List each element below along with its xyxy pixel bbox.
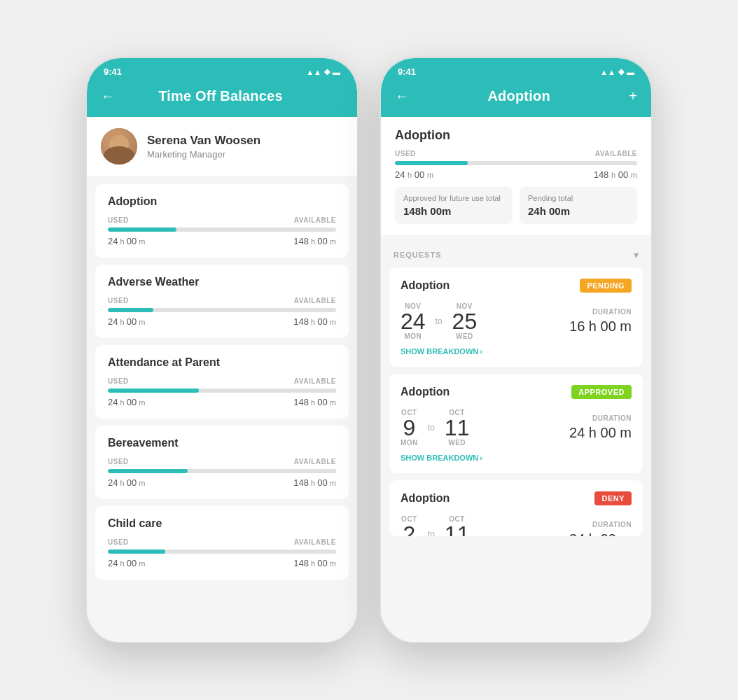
phone-content-left: Serena Van Woosen Marketing Manager Adop… — [87, 117, 357, 642]
card-progress-fill-2 — [108, 388, 199, 393]
detail-available-label: AVAILABLE — [595, 150, 637, 158]
card-used-label-4: USED — [108, 538, 129, 546]
card-avail-val-1: 148 h 00 m — [293, 316, 336, 327]
card-progress-track-4 — [108, 550, 336, 554]
req-dates-2: OCT 2 MON to OCT 11 WED DURATION 24 h 00… — [401, 515, 632, 536]
back-button-left[interactable]: ← — [101, 88, 115, 104]
card-used-label-2: USED — [108, 377, 129, 385]
card-values-3: 24 h 00 m 148 h 00 m — [108, 477, 336, 488]
card-avail-val-2: 148 h 00 m — [293, 397, 336, 407]
profile-name: Serena Van Woosen — [147, 134, 260, 148]
card-avail-val-4: 148 h 00 m — [293, 558, 336, 568]
card-available-label-0: AVAILABLE — [294, 216, 336, 224]
requests-header: REQUESTS ▾ — [389, 242, 643, 267]
card-values-2: 24 h 00 m 148 h 00 m — [108, 397, 336, 407]
card-used-val-1: 24 h 00 m — [108, 316, 145, 327]
req-end-2: OCT 11 WED — [445, 515, 470, 536]
stat-value-approved: 148h 00m — [403, 205, 504, 217]
req-end-0: NOV 25 WED — [452, 302, 478, 340]
phone-right: 9:41 ▲▲ ◆ ▬ ← Adoption + Adoption — [380, 57, 653, 643]
req-title-1: Adoption — [401, 386, 450, 398]
card-progress-track-3 — [108, 469, 336, 473]
card-used-label-0: USED — [108, 216, 129, 224]
request-cards-container: Adoption PENDING NOV 24 MON to NOV 25 WE… — [389, 267, 643, 536]
wifi-icon-r: ◆ — [618, 67, 624, 76]
card-used-val-3: 24 h 00 m — [108, 477, 145, 488]
card-progress-track-0 — [108, 227, 336, 232]
detail-content: Adoption USED AVAILABLE 24 h 00 m — [381, 117, 651, 642]
profile-role: Marketing Manager — [147, 149, 260, 160]
balance-card-4[interactable]: Child care USED AVAILABLE 24 h 00 m 148 … — [95, 506, 349, 580]
req-title-2: Adoption — [401, 492, 450, 505]
card-progress-fill-1 — [108, 308, 153, 312]
req-header-0: Adoption PENDING — [401, 279, 632, 293]
card-available-label-2: AVAILABLE — [294, 377, 336, 385]
request-card-2[interactable]: Adoption DENY OCT 2 MON to OCT 11 WED DU… — [389, 480, 643, 536]
req-start-0: NOV 24 MON — [401, 302, 426, 340]
card-progress-track-2 — [108, 388, 336, 393]
screen-container: 9:41 ▲▲ ◆ ▬ ← Time Off Balances — [85, 57, 653, 643]
signal-icon-r: ▲▲ — [600, 68, 615, 76]
balance-card-2[interactable]: Attendance at Parent USED AVAILABLE 24 h… — [95, 345, 349, 419]
back-button-right[interactable]: ← — [395, 88, 409, 104]
time-right: 9:41 — [398, 66, 416, 77]
card-available-label-1: AVAILABLE — [294, 297, 336, 304]
req-to-2: to — [428, 529, 435, 536]
app-header-left: ← Time Off Balances — [87, 81, 357, 117]
stat-box-pending: Pending total 24h 00m — [520, 187, 637, 224]
req-start-1: OCT 9 MON — [401, 409, 418, 447]
req-title-0: Adoption — [401, 279, 450, 292]
requests-section: REQUESTS ▾ Adoption PENDING NOV 24 MON t… — [381, 242, 651, 536]
req-dates-0: NOV 24 MON to NOV 25 WED DURATION 16 h 0… — [401, 302, 632, 340]
req-duration-0: DURATION 16 h 00 m — [569, 308, 632, 335]
balance-cards-list: Adoption USED AVAILABLE 24 h 00 m 148 h … — [87, 184, 357, 580]
chevron-right-icon: › — [480, 454, 482, 462]
time-left: 9:41 — [104, 66, 122, 77]
card-labels-0: USED AVAILABLE — [108, 216, 336, 224]
req-header-1: Adoption APPROVED — [401, 385, 632, 399]
card-progress-track-1 — [108, 308, 336, 312]
req-end-1: OCT 11 WED — [445, 409, 470, 447]
balance-card-0[interactable]: Adoption USED AVAILABLE 24 h 00 m 148 h … — [95, 184, 349, 258]
status-icons-right: ▲▲ ◆ ▬ — [600, 67, 634, 76]
request-card-1[interactable]: Adoption APPROVED OCT 9 MON to OCT 11 WE… — [389, 374, 643, 473]
detail-used-value: 24 h 00 m — [395, 169, 433, 180]
card-avail-val-3: 148 h 00 m — [293, 477, 336, 488]
card-available-label-3: AVAILABLE — [294, 458, 336, 465]
req-header-2: Adoption DENY — [401, 491, 632, 505]
card-used-val-0: 24 h 00 m — [108, 236, 145, 246]
profile-info: Serena Van Woosen Marketing Manager — [147, 134, 260, 160]
profile-row: Serena Van Woosen Marketing Manager — [87, 117, 357, 176]
card-available-label-4: AVAILABLE — [294, 538, 336, 546]
card-used-label-1: USED — [108, 297, 129, 304]
req-dates-1: OCT 9 MON to OCT 11 WED DURATION 24 h 00… — [401, 409, 632, 447]
request-card-0[interactable]: Adoption PENDING NOV 24 MON to NOV 25 WE… — [389, 267, 643, 367]
card-labels-1: USED AVAILABLE — [108, 297, 336, 304]
card-title-1: Adverse Weather — [108, 276, 336, 288]
signal-icon: ▲▲ — [306, 68, 321, 76]
page-title-left: Time Off Balances — [158, 88, 283, 104]
wifi-icon: ◆ — [324, 67, 330, 76]
card-title-0: Adoption — [108, 195, 336, 208]
req-to-1: to — [428, 423, 435, 433]
card-labels-3: USED AVAILABLE — [108, 458, 336, 465]
balance-card-1[interactable]: Adverse Weather USED AVAILABLE 24 h 00 m… — [95, 265, 349, 338]
show-breakdown-1[interactable]: SHOW BREAKDOWN › — [401, 454, 632, 462]
card-progress-fill-3 — [108, 469, 188, 473]
chevron-down-icon: ▾ — [634, 249, 639, 260]
add-button-right[interactable]: + — [629, 88, 637, 104]
detail-progress-fill — [395, 161, 468, 165]
card-labels-4: USED AVAILABLE — [108, 538, 336, 546]
stat-box-approved: Approved for future use total 148h 00m — [395, 187, 513, 224]
battery-icon-r: ▬ — [627, 68, 634, 76]
req-start-2: OCT 2 MON — [401, 515, 418, 536]
status-bar-right: 9:41 ▲▲ ◆ ▬ — [381, 58, 651, 81]
req-badge-0: PENDING — [580, 279, 632, 293]
detail-progress-track — [395, 161, 637, 165]
adoption-header-section: Adoption USED AVAILABLE 24 h 00 m — [381, 117, 651, 235]
req-duration-1: DURATION 24 h 00 m — [569, 414, 632, 441]
show-breakdown-0[interactable]: SHOW BREAKDOWN › — [401, 347, 632, 356]
balance-card-3[interactable]: Bereavement USED AVAILABLE 24 h 00 m 148… — [95, 426, 349, 499]
card-progress-fill-0 — [108, 227, 176, 232]
stat-value-pending: 24h 00m — [528, 205, 629, 217]
